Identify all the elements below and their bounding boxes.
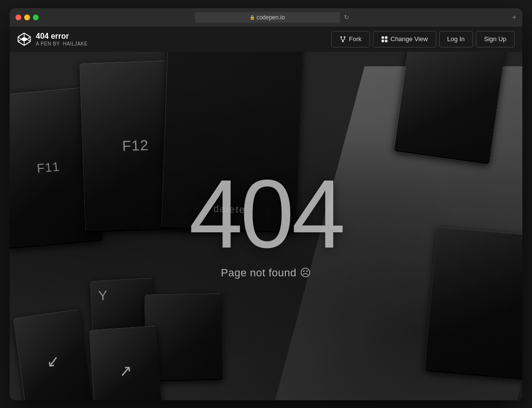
svg-point-10 [342, 40, 344, 42]
codepen-toolbar: 404 error A PEN BY Hailjake Fork [10, 27, 522, 52]
address-text: codepen.io [256, 14, 285, 21]
mac-window: 🔒 codepen.io ↻ + 404 error [10, 8, 522, 400]
svg-marker-1 [21, 37, 28, 42]
change-view-button[interactable]: Change View [373, 31, 436, 47]
fork-icon [340, 36, 346, 43]
new-tab-button[interactable]: + [512, 14, 517, 21]
cp-toolbar-actions: Fork Change View Log In Sign Up [331, 31, 515, 47]
change-view-label: Change View [391, 35, 428, 43]
svg-rect-17 [381, 39, 384, 42]
pen-author: A PEN BY Hailjake [36, 41, 88, 46]
address-bar: 🔒 codepen.io ↻ [39, 12, 505, 23]
close-button[interactable] [15, 15, 21, 20]
signup-label: Sign Up [484, 35, 506, 43]
content-area: F11 F12 delete Y ↙ [10, 52, 522, 400]
svg-rect-18 [384, 39, 387, 42]
maximize-button[interactable] [33, 15, 39, 20]
signup-button[interactable]: Sign Up [476, 31, 515, 47]
svg-point-9 [343, 36, 345, 38]
traffic-lights [15, 15, 39, 20]
keyboard-background: F11 F12 delete Y ↙ [10, 52, 522, 400]
lock-icon: 🔒 [250, 15, 253, 19]
layout-icon [381, 36, 388, 43]
error-message: Page not found ☹ [221, 267, 311, 279]
error-code: 404 [189, 173, 343, 255]
svg-line-14 [343, 39, 345, 41]
fork-button[interactable]: Fork [331, 31, 370, 47]
login-button[interactable]: Log In [439, 31, 473, 47]
svg-rect-16 [384, 36, 387, 38]
svg-point-8 [340, 36, 342, 38]
window-actions: + [505, 14, 517, 21]
svg-line-13 [341, 39, 343, 41]
codepen-logo-icon [17, 32, 31, 46]
error-overlay: 404 Page not found ☹ [10, 52, 522, 400]
fork-label: Fork [349, 35, 362, 43]
login-label: Log In [447, 35, 465, 43]
address-input[interactable]: 🔒 codepen.io [195, 12, 340, 23]
pen-title: 404 error [36, 31, 88, 41]
refresh-button[interactable]: ↻ [344, 14, 349, 21]
minimize-button[interactable] [24, 15, 30, 20]
svg-rect-15 [381, 36, 384, 38]
cp-title-area: 404 error A PEN BY Hailjake [36, 31, 88, 46]
cp-logo-area: 404 error A PEN BY Hailjake [17, 31, 88, 46]
title-bar: 🔒 codepen.io ↻ + [10, 8, 522, 27]
